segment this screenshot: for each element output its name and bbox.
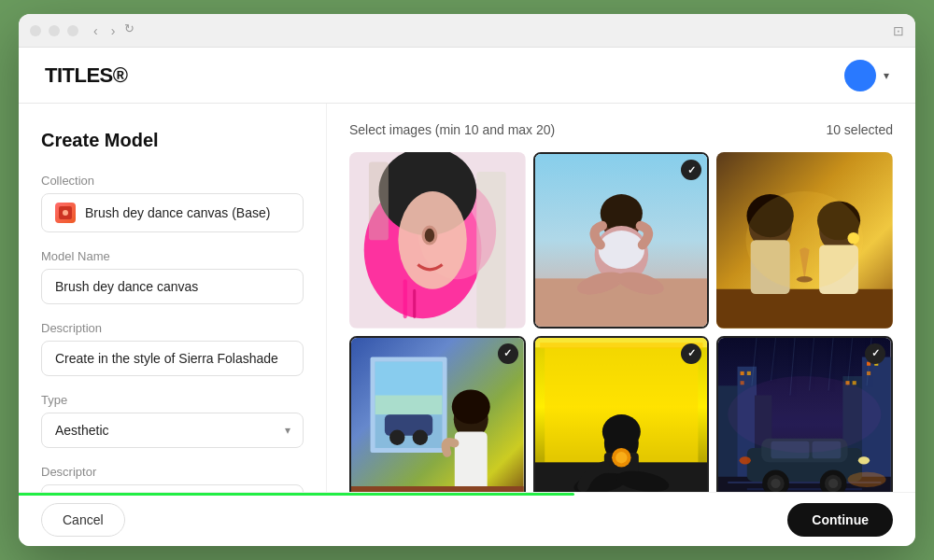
svg-point-37 xyxy=(389,429,404,444)
titlebar: ‹ › ↻ ⊡ xyxy=(19,14,915,48)
svg-point-83 xyxy=(828,478,838,487)
window-action-icon[interactable]: ⊡ xyxy=(893,23,904,38)
svg-rect-65 xyxy=(741,381,744,385)
svg-rect-63 xyxy=(741,371,744,375)
collection-value: Brush dey dance canvas (Base) xyxy=(85,205,270,220)
svg-rect-23 xyxy=(716,289,893,329)
svg-point-38 xyxy=(413,429,428,444)
check-badge-6: ✓ xyxy=(865,343,885,364)
svg-point-54 xyxy=(616,452,627,463)
image-cell-6[interactable]: ✓ xyxy=(716,336,893,492)
descriptor-label: Descriptor xyxy=(41,465,304,479)
image-cell-4[interactable]: ✓ xyxy=(349,336,526,492)
collection-input[interactable]: Brush dey dance canvas (Base) xyxy=(41,193,304,232)
nav-forward-icon[interactable]: › xyxy=(107,21,120,40)
selected-count-badge: 10 selected xyxy=(826,122,893,137)
image-cell-5[interactable]: ✓ xyxy=(533,336,710,492)
titlebar-maximize-btn[interactable] xyxy=(67,25,78,36)
main-body: Create Model Collection Brush dey dance … xyxy=(19,104,915,492)
image-cell-1[interactable] xyxy=(349,152,526,329)
app-logo: TITLES® xyxy=(45,63,128,88)
svg-rect-40 xyxy=(375,395,443,414)
avatar-button[interactable] xyxy=(844,60,876,91)
descriptor-field-group: Descriptor xyxy=(41,465,304,492)
description-input[interactable] xyxy=(41,341,304,376)
check-badge-5: ✓ xyxy=(681,343,701,364)
panel-title: Create Model xyxy=(41,130,304,151)
svg-point-42 xyxy=(452,389,490,424)
svg-rect-64 xyxy=(747,371,751,375)
header-right: ▾ xyxy=(844,60,889,91)
svg-point-84 xyxy=(858,456,870,464)
app-header: TITLES® ▾ xyxy=(19,48,915,104)
model-name-field-group: Model Name xyxy=(41,249,304,304)
cancel-button[interactable]: Cancel xyxy=(41,503,125,537)
svg-point-94 xyxy=(729,376,882,453)
svg-point-21 xyxy=(598,231,644,269)
type-field-group: Type Aesthetic Portrait Landscape Abstra… xyxy=(41,393,304,448)
description-label: Description xyxy=(41,321,304,335)
svg-rect-15 xyxy=(535,278,708,326)
left-panel: Create Model Collection Brush dey dance … xyxy=(19,104,327,492)
type-label: Type xyxy=(41,393,304,407)
svg-point-86 xyxy=(848,471,886,486)
type-select[interactable]: Aesthetic Portrait Landscape Abstract xyxy=(41,413,304,448)
titlebar-close-btn[interactable] xyxy=(30,25,41,36)
svg-point-85 xyxy=(740,456,751,464)
image-cell-2[interactable]: ✓ xyxy=(533,152,710,329)
collection-field-group: Collection Brush dey dance canvas (Base) xyxy=(41,174,304,232)
svg-point-10 xyxy=(425,229,434,243)
right-panel-header: Select images (min 10 and max 20) 10 sel… xyxy=(349,122,893,137)
nav-icons: ‹ › ↻ xyxy=(90,21,134,40)
refresh-icon[interactable]: ↻ xyxy=(124,21,134,40)
model-name-input[interactable] xyxy=(41,269,304,304)
chevron-down-icon[interactable]: ▾ xyxy=(884,69,889,82)
app-window: ‹ › ↻ ⊡ TITLES® ▾ Create Model Collectio… xyxy=(19,14,915,546)
description-field-group: Description xyxy=(41,321,304,376)
progress-bar xyxy=(19,493,574,496)
select-images-text: Select images (min 10 and max 20) xyxy=(349,122,555,137)
titlebar-minimize-btn[interactable] xyxy=(49,25,60,36)
collection-label: Collection xyxy=(41,174,304,188)
svg-point-32 xyxy=(746,191,864,289)
svg-point-80 xyxy=(771,478,781,487)
svg-rect-56 xyxy=(540,343,702,348)
continue-button[interactable]: Continue xyxy=(787,503,893,537)
image-grid: ✓ xyxy=(349,152,893,492)
progress-bar-container xyxy=(19,493,915,496)
collection-icon xyxy=(55,203,76,223)
image-cell-3[interactable] xyxy=(716,152,893,329)
svg-rect-8 xyxy=(413,289,416,318)
svg-point-49 xyxy=(601,414,640,449)
check-badge-4: ✓ xyxy=(498,343,518,364)
right-panel: Select images (min 10 and max 20) 10 sel… xyxy=(327,104,915,492)
svg-rect-70 xyxy=(867,371,870,375)
svg-rect-11 xyxy=(476,172,505,329)
descriptor-input[interactable] xyxy=(41,484,304,492)
type-select-wrapper: Aesthetic Portrait Landscape Abstract ▾ xyxy=(41,413,304,448)
svg-rect-12 xyxy=(369,161,389,240)
nav-back-icon[interactable]: ‹ xyxy=(90,21,102,40)
model-name-label: Model Name xyxy=(41,249,304,263)
footer: Cancel Continue xyxy=(19,492,915,546)
svg-point-1 xyxy=(63,210,68,216)
svg-rect-67 xyxy=(853,381,856,385)
svg-rect-43 xyxy=(455,431,488,492)
svg-rect-7 xyxy=(403,279,407,318)
